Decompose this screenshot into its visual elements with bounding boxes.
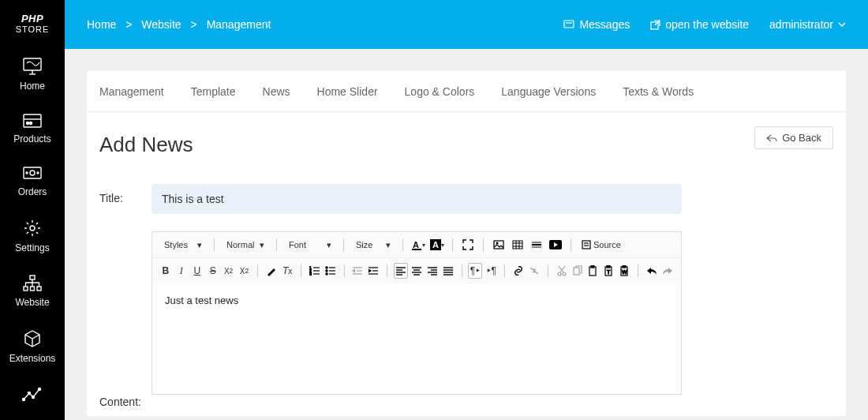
superscript-button[interactable]: X2 — [238, 263, 252, 279]
bold-button[interactable]: B — [159, 263, 173, 279]
unlink-button[interactable] — [527, 263, 541, 279]
sitemap-icon — [22, 275, 43, 292]
source-button[interactable]: Source — [578, 237, 625, 253]
alignjustify-button[interactable] — [441, 263, 455, 279]
content-label: Content: — [99, 214, 152, 408]
tab-template[interactable]: Template — [191, 85, 236, 98]
rtl-button[interactable]: ‣¶ — [484, 263, 498, 279]
tab-home-slider[interactable]: Home Slider — [317, 85, 378, 98]
svg-point-11 — [30, 226, 35, 231]
tab-texts-words[interactable]: Texts & Words — [623, 85, 694, 98]
aligncenter-button[interactable] — [410, 263, 424, 279]
messages-label: Messages — [579, 18, 630, 31]
subscript-button[interactable]: X2 — [222, 263, 236, 279]
bgcolor-button[interactable]: A▾ — [428, 237, 446, 253]
tab-news[interactable]: News — [263, 85, 290, 98]
link-button[interactable] — [511, 263, 526, 279]
pastetext-button[interactable]: T — [601, 263, 615, 279]
user-menu[interactable]: administrator — [769, 18, 846, 31]
back-icon — [766, 134, 777, 142]
svg-text:T: T — [607, 269, 611, 275]
pasteword-button[interactable]: W — [617, 263, 631, 279]
tab-logo-colors[interactable]: Logo & Colors — [405, 85, 475, 98]
open-website-link[interactable]: open the website — [650, 18, 749, 31]
go-back-button[interactable]: Go Back — [754, 126, 833, 149]
removeformat-button[interactable]: Tx — [280, 263, 294, 279]
chart-icon — [22, 385, 43, 403]
image-button[interactable] — [490, 237, 507, 253]
chevron-down-icon — [838, 22, 846, 27]
svg-point-75 — [558, 272, 561, 276]
editor-body[interactable]: Just a test news — [152, 283, 681, 394]
cube-icon — [23, 329, 42, 348]
undo-button[interactable] — [645, 263, 659, 279]
topbar: Home > Website > Management Messages ope… — [65, 0, 868, 49]
card-icon — [22, 113, 43, 129]
bullist-button[interactable] — [324, 263, 338, 279]
sidebar-item-website[interactable]: Website — [0, 263, 65, 317]
svg-text:A: A — [432, 240, 439, 249]
cash-icon — [22, 166, 43, 182]
alignleft-button[interactable] — [394, 263, 408, 279]
sidebar-item-orders[interactable]: Orders — [0, 154, 65, 207]
maximize-button[interactable] — [459, 237, 477, 253]
svg-point-5 — [27, 122, 29, 125]
svg-point-18 — [32, 396, 35, 399]
alignright-button[interactable] — [425, 263, 440, 279]
textcolor-button[interactable]: A▾ — [410, 237, 427, 253]
title-label: Title: — [99, 184, 152, 204]
font-dropdown[interactable]: Font▾ — [283, 238, 337, 253]
svg-rect-13 — [24, 287, 28, 291]
svg-rect-27 — [494, 241, 503, 249]
ltr-button[interactable]: ¶‣ — [468, 263, 482, 279]
svg-point-10 — [37, 172, 39, 174]
external-icon — [650, 20, 660, 30]
svg-rect-14 — [31, 287, 35, 291]
copy-button[interactable] — [571, 263, 585, 279]
cut-button[interactable] — [555, 263, 569, 279]
crumb-sep: > — [191, 18, 197, 31]
numlist-button[interactable]: 123 — [308, 263, 322, 279]
user-label: administrator — [769, 18, 833, 31]
svg-point-48 — [326, 270, 327, 272]
size-dropdown[interactable]: Size▾ — [350, 238, 396, 253]
sidebar-item-settings[interactable]: Settings — [0, 207, 65, 263]
svg-rect-79 — [591, 265, 594, 268]
crumb-management[interactable]: Management — [207, 18, 271, 31]
highlight-button[interactable] — [264, 263, 279, 279]
sidebar-item-label: Extensions — [9, 353, 56, 364]
svg-point-17 — [28, 392, 31, 395]
strike-button[interactable]: S — [206, 263, 220, 279]
svg-rect-24 — [412, 249, 421, 250]
title-input[interactable] — [152, 184, 682, 214]
svg-point-9 — [26, 172, 28, 174]
svg-point-16 — [23, 399, 25, 401]
svg-rect-20 — [564, 21, 574, 28]
outdent-button[interactable] — [350, 263, 365, 279]
format-dropdown[interactable]: Normal▾ — [221, 238, 270, 253]
svg-rect-84 — [623, 265, 626, 268]
crumb-website[interactable]: Website — [141, 18, 181, 31]
open-website-label: open the website — [665, 18, 749, 31]
youtube-button[interactable] — [547, 237, 564, 253]
hr-button[interactable] — [528, 237, 545, 253]
gear-icon — [23, 219, 42, 238]
sidebar-item-home[interactable]: Home — [0, 45, 65, 101]
sidebar-item-products[interactable]: Products — [0, 101, 65, 154]
underline-button[interactable]: U — [190, 263, 204, 279]
sidebar-item-extensions[interactable]: Extensions — [0, 317, 65, 373]
svg-text:W: W — [622, 269, 627, 275]
table-button[interactable] — [509, 237, 526, 253]
sidebar-item-analytics[interactable] — [0, 373, 65, 403]
redo-button[interactable] — [660, 263, 675, 279]
crumb-home[interactable]: Home — [87, 18, 116, 31]
indent-button[interactable] — [366, 263, 380, 279]
message-icon — [563, 20, 574, 29]
tab-language-versions[interactable]: Language Versions — [501, 85, 596, 98]
svg-point-76 — [563, 272, 566, 276]
paste-button[interactable] — [586, 263, 600, 279]
messages-link[interactable]: Messages — [563, 18, 630, 31]
italic-button[interactable]: I — [174, 263, 189, 279]
tab-management[interactable]: Management — [99, 85, 164, 98]
styles-dropdown[interactable]: Styles▾ — [159, 238, 208, 253]
